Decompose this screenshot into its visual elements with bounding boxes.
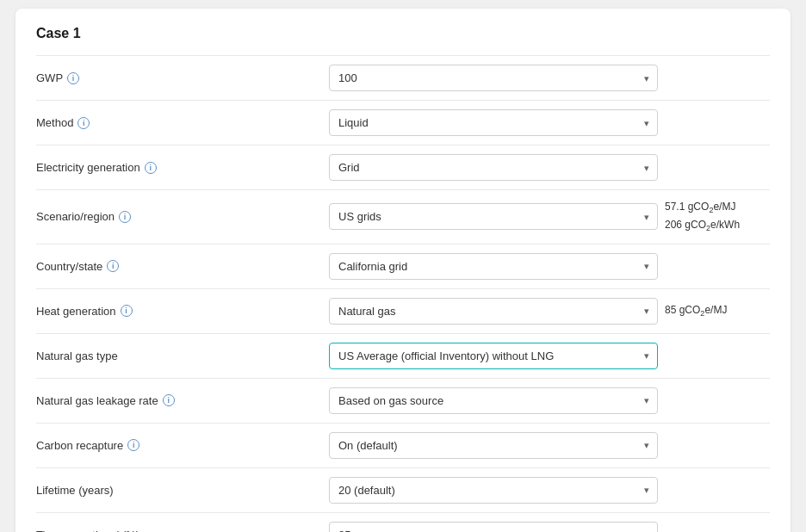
select-wrapper-electricity-generation: Grid▾ xyxy=(329,154,658,181)
control-area-lifetime: 20 (default)▾ xyxy=(329,477,658,504)
select-gwp[interactable]: 100 xyxy=(329,65,658,91)
form-row-carbon-recapture: Carbon recaptureiOn (default)▾ xyxy=(36,423,770,467)
info-icon-heat-generation[interactable]: i xyxy=(121,305,133,317)
select-wrapper-natural-gas-type: US Average (official Inventory) without … xyxy=(329,343,658,369)
label-method: Methodi xyxy=(36,116,329,129)
select-scenario-region[interactable]: US grids xyxy=(329,203,658,230)
info-icon-natural-gas-leakage-rate[interactable]: i xyxy=(163,394,175,406)
form-row-scenario-region: Scenario/regioniUS grids▾57.1 gCO2e/MJ20… xyxy=(36,189,770,244)
label-text-scenario-region: Scenario/region xyxy=(36,210,115,223)
label-text-heat-generation: Heat generation xyxy=(36,305,116,318)
control-area-country-state: California grid▾ xyxy=(329,253,658,280)
label-text-carbon-recapture: Carbon recapture xyxy=(36,439,123,452)
info-icon-electricity-generation[interactable]: i xyxy=(145,162,157,174)
select-natural-gas-type[interactable]: US Average (official Inventory) without … xyxy=(329,343,658,369)
select-wrapper-country-state: California grid▾ xyxy=(329,253,658,280)
control-area-scenario-region: US grids▾ xyxy=(329,203,658,230)
label-electricity-generation: Electricity generationi xyxy=(36,161,329,174)
label-text-gwp: GWP xyxy=(36,71,63,84)
select-lifetime[interactable]: 20 (default) xyxy=(329,477,658,504)
form-row-lifetime: Lifetime (years)20 (default)▾ xyxy=(36,467,770,512)
label-time-operational: Time operational (%) xyxy=(36,529,329,532)
label-natural-gas-leakage-rate: Natural gas leakage ratei xyxy=(36,394,329,407)
form-row-country-state: Country/stateiCalifornia grid▾ xyxy=(36,244,770,288)
info-icon-scenario-region[interactable]: i xyxy=(119,211,131,223)
label-heat-generation: Heat generationi xyxy=(36,305,329,318)
side-info-heat-generation: 85 gCO2e/MJ xyxy=(658,302,770,320)
select-wrapper-carbon-recapture: On (default)▾ xyxy=(329,432,658,459)
label-text-lifetime: Lifetime (years) xyxy=(36,484,114,497)
control-area-natural-gas-leakage-rate: Based on gas source▾ xyxy=(329,387,658,414)
info-icon-gwp[interactable]: i xyxy=(67,72,79,84)
info-icon-method[interactable]: i xyxy=(78,117,90,129)
label-scenario-region: Scenario/regioni xyxy=(36,210,329,223)
form-row-natural-gas-type: Natural gas typeUS Average (official Inv… xyxy=(36,333,770,378)
form-row-natural-gas-leakage-rate: Natural gas leakage rateiBased on gas so… xyxy=(36,378,770,423)
card-title: Case 1 xyxy=(36,26,770,41)
label-text-natural-gas-leakage-rate: Natural gas leakage rate xyxy=(36,394,158,407)
control-area-carbon-recapture: On (default)▾ xyxy=(329,432,658,459)
control-area-gwp: 100▾ xyxy=(329,65,658,91)
select-country-state[interactable]: California grid xyxy=(329,253,658,280)
case-card: Case 1 GWPi100▾MethodiLiquid▾Electricity… xyxy=(16,9,790,532)
info-icon-carbon-recapture[interactable]: i xyxy=(127,439,140,451)
form-row-time-operational: Time operational (%) xyxy=(36,512,770,532)
control-area-electricity-generation: Grid▾ xyxy=(329,154,658,181)
control-area-method: Liquid▾ xyxy=(329,109,658,136)
label-country-state: Country/statei xyxy=(36,260,329,273)
select-wrapper-heat-generation: Natural gas▾ xyxy=(329,298,658,325)
select-wrapper-method: Liquid▾ xyxy=(329,109,658,136)
select-wrapper-gwp: 100▾ xyxy=(329,65,658,91)
form-row-method: MethodiLiquid▾ xyxy=(36,100,770,145)
form-row-gwp: GWPi100▾ xyxy=(36,55,770,100)
label-gwp: GWPi xyxy=(36,71,329,84)
form-row-electricity-generation: Electricity generationiGrid▾ xyxy=(36,145,770,189)
select-heat-generation[interactable]: Natural gas xyxy=(329,298,658,325)
control-area-natural-gas-type: US Average (official Inventory) without … xyxy=(329,343,658,369)
label-text-method: Method xyxy=(36,116,73,129)
info-icon-country-state[interactable]: i xyxy=(107,260,119,272)
form-container: GWPi100▾MethodiLiquid▾Electricity genera… xyxy=(36,55,770,532)
label-text-time-operational: Time operational (%) xyxy=(36,529,140,532)
label-natural-gas-type: Natural gas type xyxy=(36,350,329,362)
label-text-electricity-generation: Electricity generation xyxy=(36,161,140,174)
label-text-country-state: Country/state xyxy=(36,260,102,273)
label-lifetime: Lifetime (years) xyxy=(36,484,329,497)
select-electricity-generation[interactable]: Grid xyxy=(329,154,658,181)
side-info-scenario-region: 57.1 gCO2e/MJ206 gCO2e/kWh xyxy=(658,199,770,235)
control-area-heat-generation: Natural gas▾ xyxy=(329,298,658,325)
select-carbon-recapture[interactable]: On (default) xyxy=(329,432,658,459)
select-wrapper-lifetime: 20 (default)▾ xyxy=(329,477,658,504)
control-area-time-operational xyxy=(329,522,658,532)
label-text-natural-gas-type: Natural gas type xyxy=(36,350,118,362)
select-natural-gas-leakage-rate[interactable]: Based on gas source xyxy=(329,387,658,414)
select-method[interactable]: Liquid xyxy=(329,109,658,136)
input-time-operational[interactable] xyxy=(329,522,658,532)
form-row-heat-generation: Heat generationiNatural gas▾85 gCO2e/MJ xyxy=(36,288,770,333)
label-carbon-recapture: Carbon recapturei xyxy=(36,439,329,452)
select-wrapper-scenario-region: US grids▾ xyxy=(329,203,658,230)
select-wrapper-natural-gas-leakage-rate: Based on gas source▾ xyxy=(329,387,658,414)
